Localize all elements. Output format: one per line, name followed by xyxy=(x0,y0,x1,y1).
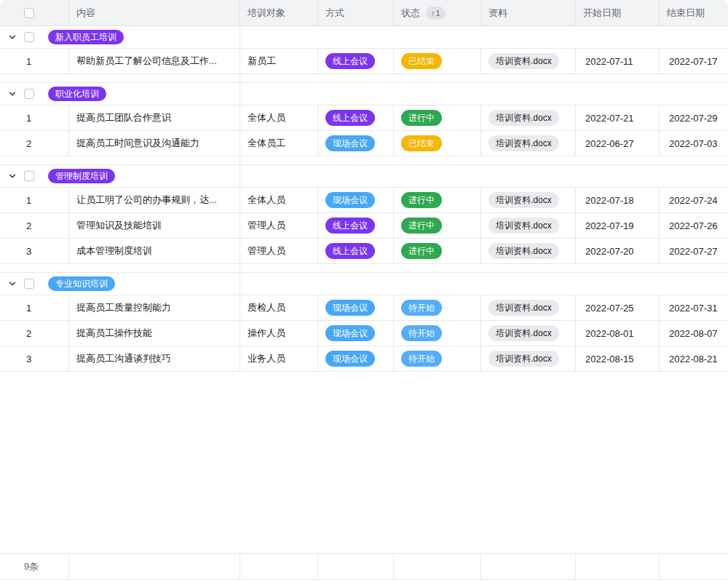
select-all-checkbox[interactable] xyxy=(24,8,34,18)
cell-status[interactable]: 已结束 xyxy=(394,131,481,156)
cell-material[interactable]: 培训资料.docx xyxy=(481,105,576,130)
start-date-text: 2022-07-25 xyxy=(585,303,634,314)
cell-method[interactable]: 现场会议 xyxy=(318,321,394,346)
cell-content[interactable]: 让员工明了公司的办事规则，达... xyxy=(69,188,240,212)
cell-target[interactable]: 管理人员 xyxy=(240,213,318,238)
cell-start-date[interactable]: 2022-07-11 xyxy=(576,49,660,73)
cell-status[interactable]: 已结束 xyxy=(394,49,481,73)
cell-target[interactable]: 全体人员 xyxy=(240,188,318,212)
cell-method[interactable]: 线上会议 xyxy=(318,105,394,130)
cell-end-date[interactable]: 2022-08-07 xyxy=(660,321,728,346)
cell-status[interactable]: 待开始 xyxy=(394,321,481,346)
row-index-cell[interactable]: 2 xyxy=(0,131,69,156)
header-select-cell[interactable] xyxy=(0,0,69,25)
cell-end-date[interactable]: 2022-07-17 xyxy=(660,49,728,73)
cell-material[interactable]: 培训资料.docx xyxy=(481,213,576,238)
cell-end-date[interactable]: 2022-07-27 xyxy=(660,239,728,263)
cell-material[interactable]: 培训资料.docx xyxy=(481,321,576,346)
group-checkbox[interactable] xyxy=(24,171,34,181)
group-checkbox[interactable] xyxy=(24,32,34,42)
cell-method[interactable]: 现场会议 xyxy=(318,131,394,156)
column-header-content[interactable]: 内容 xyxy=(69,0,240,25)
group-name-badge[interactable]: 专业知识培训 xyxy=(48,276,115,291)
chevron-down-icon[interactable] xyxy=(8,279,18,288)
row-index-cell[interactable]: 1 xyxy=(0,295,69,320)
cell-method[interactable]: 现场会议 xyxy=(318,295,394,320)
row-index-cell[interactable]: 1 xyxy=(0,49,69,73)
column-header-material[interactable]: 资料 xyxy=(481,0,576,25)
start-date-text: 2022-06-27 xyxy=(585,138,634,149)
cell-start-date[interactable]: 2022-07-20 xyxy=(576,239,660,263)
row-index-cell[interactable]: 3 xyxy=(0,346,69,371)
cell-method[interactable]: 现场会议 xyxy=(318,346,394,371)
cell-target[interactable]: 全体人员 xyxy=(240,105,318,130)
cell-status[interactable]: 进行中 xyxy=(394,105,481,130)
cell-end-date[interactable]: 2022-07-24 xyxy=(660,188,728,212)
cell-content[interactable]: 提高员工团队合作意识 xyxy=(69,105,240,130)
content-text: 提高员工操作技能 xyxy=(76,327,152,340)
cell-target[interactable]: 管理人员 xyxy=(240,239,318,263)
cell-target[interactable]: 新员工 xyxy=(240,49,318,73)
chevron-down-icon[interactable] xyxy=(8,172,18,180)
cell-material[interactable]: 培训资料.docx xyxy=(481,346,576,371)
end-date-text: 2022-07-29 xyxy=(669,113,718,124)
cell-material[interactable]: 培训资料.docx xyxy=(481,295,576,320)
cell-start-date[interactable]: 2022-07-19 xyxy=(576,213,660,238)
cell-start-date[interactable]: 2022-07-21 xyxy=(576,105,660,130)
cell-end-date[interactable]: 2022-07-29 xyxy=(660,105,728,130)
cell-content[interactable]: 帮助新员工了解公司信息及工作... xyxy=(69,49,240,73)
column-header-status[interactable]: 状态 ↑ 1 xyxy=(394,0,481,25)
cell-material[interactable]: 培训资料.docx xyxy=(481,239,576,263)
cell-end-date[interactable]: 2022-07-31 xyxy=(660,295,728,320)
column-header-start[interactable]: 开始日期 xyxy=(576,0,660,25)
cell-start-date[interactable]: 2022-08-15 xyxy=(576,346,660,371)
cell-status[interactable]: 待开始 xyxy=(394,295,481,320)
cell-content[interactable]: 提高员工操作技能 xyxy=(69,321,240,346)
group-checkbox[interactable] xyxy=(24,279,34,289)
cell-status[interactable]: 进行中 xyxy=(394,239,481,263)
cell-material[interactable]: 培训资料.docx xyxy=(481,131,576,156)
cell-target[interactable]: 全体员工 xyxy=(240,131,318,156)
row-index-cell[interactable]: 1 xyxy=(0,188,69,212)
cell-target[interactable]: 业务人员 xyxy=(240,346,318,371)
chevron-down-icon[interactable] xyxy=(8,89,18,98)
group-spacer xyxy=(0,264,728,273)
group-name-badge[interactable]: 管理制度培训 xyxy=(48,169,115,183)
cell-status[interactable]: 待开始 xyxy=(394,346,481,371)
cell-content[interactable]: 提高员工沟通谈判技巧 xyxy=(69,346,240,371)
chevron-down-icon[interactable] xyxy=(8,33,18,41)
cell-start-date[interactable]: 2022-07-18 xyxy=(576,188,660,212)
cell-end-date[interactable]: 2022-07-03 xyxy=(660,131,728,156)
column-header-method[interactable]: 方式 xyxy=(318,0,394,25)
cell-status[interactable]: 进行中 xyxy=(394,213,481,238)
sort-badge[interactable]: ↑ 1 xyxy=(426,7,446,20)
target-text: 业务人员 xyxy=(248,352,285,365)
cell-start-date[interactable]: 2022-07-25 xyxy=(576,295,660,320)
cell-end-date[interactable]: 2022-08-21 xyxy=(660,346,728,371)
cell-method[interactable]: 线上会议 xyxy=(318,213,394,238)
column-header-target[interactable]: 培训对象 xyxy=(240,0,318,25)
cell-target[interactable]: 操作人员 xyxy=(240,321,318,346)
cell-content[interactable]: 提高员工时间意识及沟通能力 xyxy=(69,131,240,156)
row-index-cell[interactable]: 2 xyxy=(0,321,69,346)
cell-end-date[interactable]: 2022-07-26 xyxy=(660,213,728,238)
group-name-badge[interactable]: 职业化培训 xyxy=(48,87,106,101)
cell-status[interactable]: 进行中 xyxy=(394,188,481,212)
cell-material[interactable]: 培训资料.docx xyxy=(481,188,576,212)
cell-method[interactable]: 线上会议 xyxy=(318,49,394,73)
cell-target[interactable]: 质检人员 xyxy=(240,295,318,320)
group-checkbox[interactable] xyxy=(24,89,34,99)
row-index-cell[interactable]: 1 xyxy=(0,105,69,130)
cell-method[interactable]: 现场会议 xyxy=(318,188,394,212)
cell-method[interactable]: 线上会议 xyxy=(318,239,394,263)
row-index-cell[interactable]: 3 xyxy=(0,239,69,263)
cell-start-date[interactable]: 2022-08-01 xyxy=(576,321,660,346)
cell-start-date[interactable]: 2022-06-27 xyxy=(576,131,660,156)
row-index-cell[interactable]: 2 xyxy=(0,213,69,238)
cell-content[interactable]: 提高员工质量控制能力 xyxy=(69,295,240,320)
cell-content[interactable]: 成本管理制度培训 xyxy=(69,239,240,263)
cell-content[interactable]: 管理知识及技能培训 xyxy=(69,213,240,238)
column-header-end[interactable]: 结束日期 xyxy=(660,0,728,25)
group-name-badge[interactable]: 新入职员工培训 xyxy=(48,30,124,44)
cell-material[interactable]: 培训资料.docx xyxy=(481,49,576,73)
